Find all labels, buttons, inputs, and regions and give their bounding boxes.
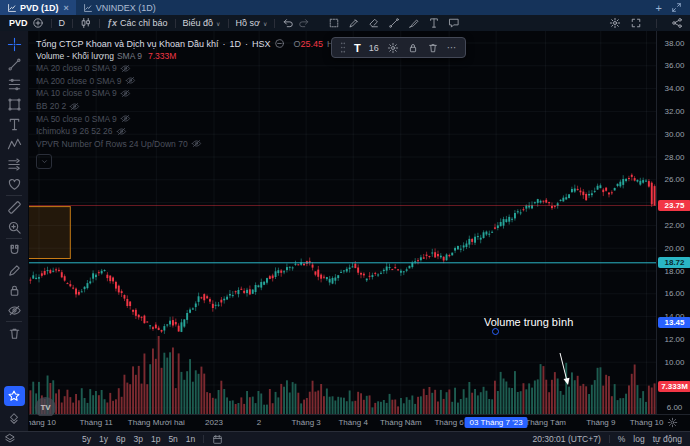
eye-off-icon[interactable] — [116, 126, 127, 137]
eye-off-icon[interactable] — [120, 88, 131, 99]
symbol-title: Tổng CTCP Khoan và Dịch vụ Khoan Dầu khí — [36, 39, 218, 49]
layers-icon[interactable] — [4, 433, 16, 445]
indicators-button[interactable]: ƒx Các chỉ báo — [105, 18, 170, 28]
scale-toggle[interactable]: % — [618, 434, 626, 444]
text-style-button[interactable]: T — [354, 42, 361, 54]
price-label: 16.00 — [657, 289, 690, 298]
lock-drawings-icon[interactable] — [3, 280, 25, 300]
range-button-3p[interactable]: 3p — [133, 434, 142, 444]
price-label: 36.00 — [657, 61, 690, 70]
more-options-icon[interactable]: ⋯ — [447, 42, 457, 53]
expand-window-icon[interactable] — [671, 2, 682, 13]
annotation-anchor-handle[interactable] — [492, 328, 499, 335]
shapes-tool-icon[interactable] — [3, 94, 25, 114]
price-label: 12.00 — [657, 335, 690, 344]
range-button-1n[interactable]: 1n — [186, 434, 195, 444]
time-axis-label: 2023 — [205, 418, 223, 427]
forecast-tool-icon[interactable] — [3, 154, 25, 174]
eye-off-icon[interactable] — [120, 63, 131, 74]
indicator-row[interactable]: MA 50 close 0 SMA 9 — [36, 112, 421, 125]
text-tool-icon[interactable] — [428, 17, 440, 29]
pipette-tool-icon[interactable] — [348, 17, 360, 29]
profile-menu-button[interactable]: Hồ sơ∨ — [234, 18, 270, 28]
tab-bar: PVD (1D) × VNINDEX (1D) + — [0, 0, 690, 15]
compare-add-icon[interactable] — [30, 17, 46, 29]
drag-handle-icon[interactable] — [340, 41, 346, 54]
indicator-row[interactable]: BB 20 2 — [36, 100, 421, 113]
magnet-mode-icon[interactable] — [3, 240, 25, 260]
clock[interactable]: 20:30:01 (UTC+7) — [532, 434, 600, 444]
indicator-row[interactable]: Ichimoku 9 26 52 26 — [36, 125, 421, 138]
text-tool-icon[interactable] — [3, 114, 25, 134]
range-button-5n[interactable]: 5n — [168, 434, 177, 444]
text-annotation[interactable]: Volume trung bình — [484, 316, 573, 328]
range-button-1y[interactable]: 1y — [99, 434, 108, 444]
trendline-tool-icon[interactable] — [3, 54, 25, 74]
time-axis-label: Tháng 11 — [79, 418, 112, 427]
favorites-star-button[interactable] — [4, 386, 25, 406]
lock-icon[interactable] — [407, 42, 419, 54]
range-button-1p[interactable]: 1p — [151, 434, 160, 444]
eye-off-icon[interactable] — [69, 101, 80, 112]
symbol-button[interactable]: PVD — [7, 18, 30, 28]
chart-menu-button[interactable]: Biểu đồ∨ — [181, 18, 223, 28]
range-button-5y[interactable]: 5y — [82, 434, 91, 444]
emoji-tool-icon[interactable] — [3, 174, 25, 194]
fib-retracement-icon[interactable] — [3, 74, 25, 94]
legend-toggle-button[interactable] — [36, 154, 52, 169]
drawing-mode-icon[interactable] — [3, 260, 25, 280]
tab-pvd[interactable]: PVD (1D) × — [0, 0, 76, 15]
delete-icon[interactable] — [427, 42, 439, 54]
zoom-in-tool-icon[interactable] — [3, 217, 25, 237]
crosshair-tool-icon[interactable] — [3, 34, 25, 54]
close-icon[interactable]: × — [64, 3, 69, 13]
axis-settings-gear-icon[interactable] — [667, 417, 678, 430]
object-tree-icon[interactable] — [3, 409, 25, 429]
redo-icon[interactable] — [296, 17, 312, 29]
time-axis-label: Tháng 3 — [291, 418, 320, 427]
font-size-button[interactable]: 16 — [369, 43, 379, 53]
eye-off-icon[interactable] — [120, 113, 131, 124]
eye-off-icon[interactable] — [125, 75, 136, 86]
collapse-legend-icon[interactable] — [274, 38, 285, 49]
time-axis[interactable]: Tháng 10Tháng 11Tháng Mười hai20232Tháng… — [29, 414, 690, 431]
chart-style-icon[interactable] — [78, 17, 94, 29]
selection-tool-icon[interactable] — [328, 17, 340, 29]
gear-icon[interactable] — [609, 17, 621, 29]
indicator-row[interactable]: VPVR Number Of Rows 24 Up/Down 70 — [36, 138, 421, 151]
scale-toggle[interactable]: log — [633, 434, 644, 444]
scale-toggle[interactable]: tự động — [653, 434, 682, 444]
price-axis-badge: 7.333M — [658, 381, 690, 392]
new-tab-icon[interactable]: + — [656, 2, 662, 14]
time-axis-label: Tháng 4 — [338, 418, 367, 427]
settings-icon[interactable] — [387, 42, 399, 54]
price-axis-badge: 23.75 — [658, 200, 690, 211]
indicator-row[interactable]: MA 200 close 0 SMA 9 — [36, 75, 421, 88]
callout-tool-icon[interactable] — [448, 17, 460, 29]
undo-icon[interactable] — [280, 17, 296, 29]
price-label: 34.00 — [657, 84, 690, 93]
range-button-6p[interactable]: 6p — [116, 434, 125, 444]
indicator-row[interactable]: MA 10 close 0 SMA 9 — [36, 87, 421, 100]
main-toolbar: PVD D ƒx Các chỉ báo Biểu đồ∨ Hồ sơ∨ — [0, 15, 690, 31]
go-to-date-icon[interactable] — [212, 434, 223, 445]
measure-tool-icon[interactable] — [3, 197, 25, 217]
interval-button[interactable]: D — [57, 18, 68, 28]
fullscreen-icon[interactable] — [630, 17, 642, 29]
chart-plot-area[interactable]: Tổng CTCP Khoan và Dịch vụ Khoan Dầu khí… — [29, 31, 656, 416]
remove-drawings-icon[interactable] — [3, 323, 25, 343]
brush-tool-icon[interactable] — [408, 17, 420, 29]
share-icon[interactable] — [671, 17, 683, 29]
hide-drawings-icon[interactable] — [3, 300, 25, 320]
pattern-tool-icon[interactable] — [3, 134, 25, 154]
time-axis-label: Tháng Tám — [525, 418, 566, 427]
chart-icon — [83, 3, 93, 13]
tab-label: PVD (1D) — [20, 3, 59, 13]
eye-off-icon[interactable] — [191, 138, 202, 149]
price-axis[interactable]: 38.0036.0034.0032.0030.0028.0026.0024.00… — [656, 31, 690, 414]
eraser-tool-icon[interactable] — [368, 17, 380, 29]
trendline-tool-icon[interactable] — [388, 17, 400, 29]
price-label: 28.00 — [657, 153, 690, 162]
indicator-row[interactable]: MA 20 close 0 SMA 9 — [36, 62, 421, 75]
tab-vnindex[interactable]: VNINDEX (1D) — [76, 0, 163, 15]
